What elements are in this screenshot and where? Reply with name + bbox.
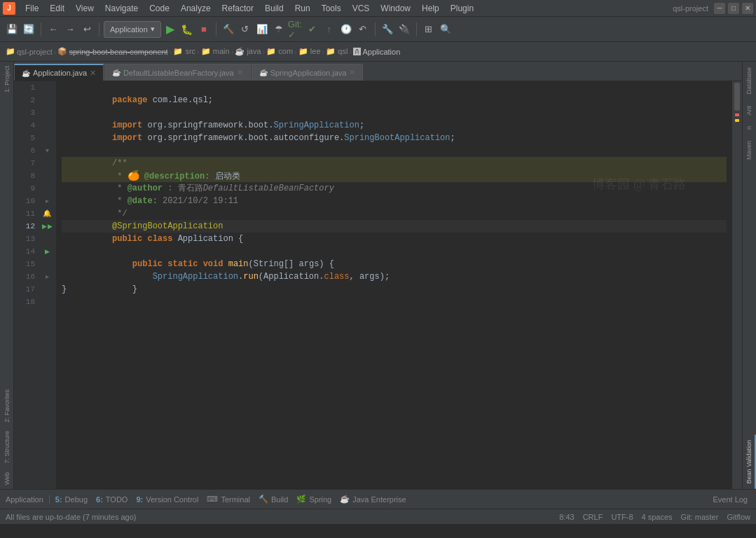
git-check-button[interactable]: ✔ xyxy=(305,22,320,37)
breadcrumb-java[interactable]: ☕ java xyxy=(235,47,261,56)
breadcrumb-module[interactable]: spring-boot-bean-component xyxy=(69,48,167,56)
debug-button[interactable]: 🐛 xyxy=(179,22,195,37)
breadcrumb-main[interactable]: 📁 main xyxy=(201,47,230,56)
breadcrumb-lee[interactable]: 📁 lee xyxy=(298,47,321,56)
menu-run[interactable]: Run xyxy=(289,2,316,15)
breadcrumb-module-icon: 📦 xyxy=(57,47,67,56)
breadcrumb-sep-6: › xyxy=(294,48,297,56)
breadcrumb-qsl[interactable]: 📁 qsl xyxy=(326,47,348,56)
status-gitflow[interactable]: Gitflow xyxy=(727,513,750,521)
right-panel-maven[interactable]: Maven xyxy=(743,135,756,165)
menu-code[interactable]: Code xyxy=(144,2,175,15)
code-line-7: * 🍊 @description: 启动类 xyxy=(62,157,727,170)
profile-button[interactable]: 📊 xyxy=(254,22,270,37)
bottom-tab-terminal[interactable]: ⌨ Terminal xyxy=(204,493,253,505)
menu-window[interactable]: Window xyxy=(375,2,416,15)
maximize-button[interactable]: □ xyxy=(728,3,739,14)
scroll-thumb[interactable] xyxy=(734,83,740,111)
layout-button[interactable]: ⊞ xyxy=(421,22,437,37)
gutter-area: 1 2 3 4 5 6 7 8 9 10 11 12 13 14 15 16 1 xyxy=(14,81,56,489)
breadcrumb: 📁 qsl-project › 📦 spring-boot-bean-compo… xyxy=(0,42,756,62)
stop-button[interactable]: ■ xyxy=(196,22,212,37)
gutter-icon-9 xyxy=(38,182,56,195)
breadcrumb-com[interactable]: 📁 com xyxy=(266,47,293,56)
status-position[interactable]: 8:43 xyxy=(559,513,574,521)
status-right: 8:43 CRLF UTF-8 4 spaces Git: master Git… xyxy=(559,513,750,521)
side-tool-favorites[interactable]: 2: Favorites xyxy=(2,385,12,427)
right-panel-ant[interactable]: Ant xyxy=(743,100,756,121)
minimize-button[interactable]: ─ xyxy=(714,3,725,14)
git-push-button[interactable]: ↑ xyxy=(322,22,337,37)
menu-help[interactable]: Help xyxy=(416,2,445,15)
menu-tools[interactable]: Tools xyxy=(316,2,347,15)
bottom-tab-build[interactable]: 🔨 Build xyxy=(256,493,291,505)
bottom-tab-spring[interactable]: 🌿 Spring xyxy=(294,493,334,505)
menu-file[interactable]: File xyxy=(20,2,44,15)
right-panel-n[interactable]: n xyxy=(743,120,756,135)
menu-navigate[interactable]: Navigate xyxy=(99,2,144,15)
settings-button[interactable]: 🔧 xyxy=(380,22,395,37)
bottom-tab-event-log[interactable]: Event Log xyxy=(710,494,750,505)
save-all-button[interactable]: 💾 xyxy=(4,22,20,37)
reload-button[interactable]: ↺ xyxy=(238,22,253,37)
tab-close-2[interactable]: ✕ xyxy=(237,68,243,77)
status-git-branch[interactable]: Git: master xyxy=(681,513,719,521)
bottom-tab-version-control[interactable]: 9: Version Control xyxy=(133,494,201,505)
run-button[interactable]: ▶ xyxy=(163,22,178,37)
status-indent[interactable]: 4 spaces xyxy=(642,513,673,521)
menu-analyze[interactable]: Analyze xyxy=(175,2,217,15)
bottom-tab-todo[interactable]: 6: TODO xyxy=(93,494,130,505)
side-tool-structure[interactable]: 7: Structure xyxy=(2,427,12,468)
breadcrumb-sep-5: › xyxy=(263,48,266,56)
plugins-button[interactable]: 🔌 xyxy=(397,22,412,37)
gutter-icon-12-run[interactable]: ▶ ▶ xyxy=(38,220,56,233)
undo-button[interactable]: ↩ xyxy=(79,22,95,37)
gutter-icon-3 xyxy=(38,106,56,119)
status-line-ending[interactable]: CRLF xyxy=(583,513,603,521)
bottom-tab-debug[interactable]: 5: Debug xyxy=(53,494,90,505)
tab-close-3[interactable]: ✕ xyxy=(349,68,355,77)
build-button[interactable]: 🔨 xyxy=(221,22,236,37)
sync-button[interactable]: 🔄 xyxy=(21,22,36,37)
tab-defaultlistable[interactable]: ☕ DefaultListableBeanFactory.java ✕ xyxy=(104,64,251,81)
side-tool-web[interactable]: Web xyxy=(2,468,12,489)
back-button[interactable]: ← xyxy=(46,22,61,37)
close-button[interactable]: ✕ xyxy=(742,3,753,14)
menu-refactor[interactable]: Refactor xyxy=(217,2,259,15)
editor-scrollbar[interactable] xyxy=(732,81,742,489)
coverage-button[interactable]: ☂ xyxy=(271,22,287,37)
toolbar-separator-4 xyxy=(375,22,376,36)
bottom-tab-java-enterprise[interactable]: ☕ Java Enterprise xyxy=(337,493,408,505)
search-everywhere-button[interactable]: 🔍 xyxy=(438,22,453,37)
menu-plugin[interactable]: Plugin xyxy=(445,2,479,15)
gutter-icon-4 xyxy=(38,119,56,132)
menu-view[interactable]: View xyxy=(70,2,99,15)
git-time-button[interactable]: 🕐 xyxy=(338,22,354,37)
right-panel-database[interactable]: Database xyxy=(743,62,756,100)
side-tool-project[interactable]: 1: Project xyxy=(2,62,12,97)
breadcrumb-class[interactable]: 🅰 Application xyxy=(353,48,400,56)
status-encoding[interactable]: UTF-8 xyxy=(611,513,633,521)
toolbar: 💾 🔄 ← → ↩ Application ▾ ▶ 🐛 ■ 🔨 ↺ 📊 ☂ Gi… xyxy=(0,17,756,42)
git-revert-button[interactable]: ↶ xyxy=(355,22,371,37)
right-panel-bean-validation[interactable]: Bean Validation xyxy=(743,434,756,489)
line-4: 4 xyxy=(14,119,35,132)
forward-button[interactable]: → xyxy=(62,22,78,37)
breadcrumb-src[interactable]: 📁 src xyxy=(173,47,195,56)
tab-springapplication[interactable]: ☕ SpringApplication.java ✕ xyxy=(252,64,364,81)
line-1: 1 xyxy=(14,81,35,94)
gutter-fold-6[interactable]: ▾ xyxy=(38,144,56,157)
menu-vcs[interactable]: VCS xyxy=(347,2,376,15)
run-config-dropdown[interactable]: Application ▾ xyxy=(104,21,161,38)
menu-edit[interactable]: Edit xyxy=(44,2,70,15)
breadcrumb-project[interactable]: qsl-project xyxy=(17,48,53,56)
tab-label-3: SpringApplication.java xyxy=(270,69,347,77)
gutter-icon-8 xyxy=(38,170,56,182)
tab-application-java[interactable]: ☕ Application.java ✕ xyxy=(14,64,104,81)
gutter-fold-16[interactable]: ▸ xyxy=(38,270,56,283)
code-editor[interactable]: package com.lee.qsl; import org.springfr… xyxy=(56,81,732,489)
menu-build[interactable]: Build xyxy=(259,2,289,15)
gutter-fold-10[interactable]: ▸ xyxy=(38,195,56,207)
tab-close-1[interactable]: ✕ xyxy=(90,69,96,78)
gutter-icon-14-run[interactable]: ▶ xyxy=(38,245,56,258)
